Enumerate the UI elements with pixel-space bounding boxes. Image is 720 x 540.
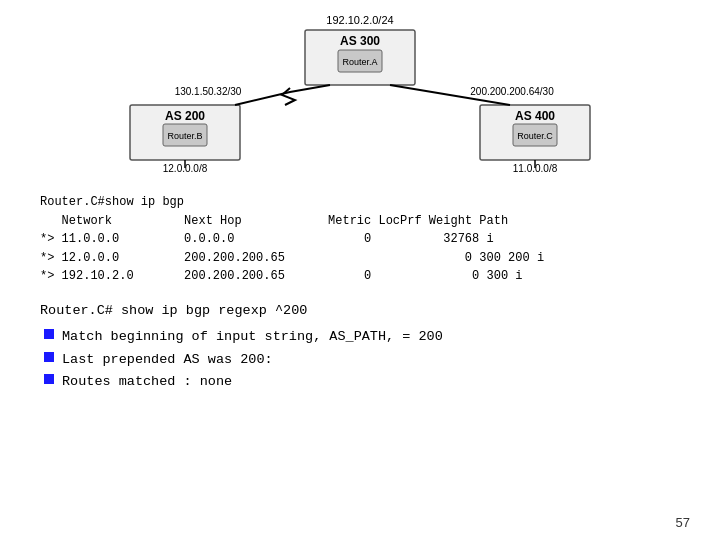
page-container: 192.10.2.0/24 AS 300 Router.A 130.1.50.3… [0,0,720,540]
regexp-section: Router.C# show ip bgp regexp ^200 Match … [40,300,680,393]
routerB-label: Router.B [167,131,202,141]
as200-label: AS 200 [165,109,205,123]
regexp-command-line: Router.C# show ip bgp regexp ^200 [40,300,680,322]
bgp-row-1: *> 11.0.0.0 0.0.0.0 0 32768 i [40,232,494,246]
bullet-line-2: Last prepended AS was 200: [44,349,680,371]
as400-label: AS 400 [515,109,555,123]
regexp-command-text: Router.C# show ip bgp regexp ^200 [40,303,307,318]
bullet-text-3: Routes matched : none [62,371,232,393]
as300-label: AS 300 [340,34,380,48]
bgp-content: Router.C#show ip bgp Network Next Hop Me… [40,193,680,286]
network-diagram: 192.10.2.0/24 AS 300 Router.A 130.1.50.3… [40,10,680,185]
routerA-label: Router.A [342,57,377,67]
bgp-command: Router.C#show ip bgp [40,195,184,209]
bullet-line-3: Routes matched : none [44,371,680,393]
bgp-header: Network Next Hop Metric LocPrf Weight Pa… [62,214,508,228]
bgp-row-2: *> 12.0.0.0 200.200.200.65 0 300 200 i [40,251,544,265]
page-number: 57 [676,515,690,530]
bullet-text-1: Match beginning of input string, AS_PATH… [62,326,443,348]
bullet-icon-2 [44,352,54,362]
left-network-label: 130.1.50.32/30 [175,86,242,97]
top-network-label: 192.10.2.0/24 [326,14,393,26]
diagram-area: 192.10.2.0/24 AS 300 Router.A 130.1.50.3… [40,10,680,185]
routerC-label: Router.C [517,131,553,141]
right-network-label: 200.200.200.64/30 [470,86,554,97]
bullet-text-2: Last prepended AS was 200: [62,349,273,371]
bgp-table-section: Router.C#show ip bgp Network Next Hop Me… [40,193,680,286]
bullet-icon-3 [44,374,54,384]
bullet-icon-1 [44,329,54,339]
bgp-row-3: *> 192.10.2.0 200.200.200.65 0 0 300 i [40,269,522,283]
bullet-line-1: Match beginning of input string, AS_PATH… [44,326,680,348]
